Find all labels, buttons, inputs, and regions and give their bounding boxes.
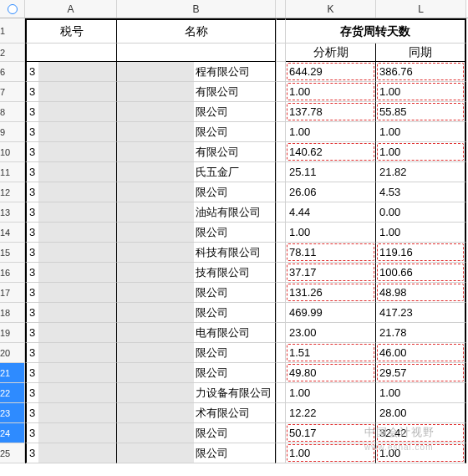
cell-name[interactable]: 限公司	[117, 223, 276, 243]
cell-analysis[interactable]: 1.51	[286, 343, 376, 363]
cell-analysis[interactable]: 25.11	[286, 162, 376, 182]
cell-same-period[interactable]: 1.00	[376, 443, 466, 463]
cell-analysis[interactable]: 1.00	[286, 82, 376, 102]
cell-taxno[interactable]: 3	[25, 202, 117, 223]
cell-analysis[interactable]: 78.11	[286, 243, 376, 263]
row-header[interactable]: 7	[0, 82, 25, 102]
row-header[interactable]: 2	[0, 44, 25, 62]
cell-analysis[interactable]: 140.62	[286, 142, 376, 162]
select-all-corner[interactable]	[0, 0, 25, 18]
cell-taxno[interactable]: 3	[25, 283, 117, 303]
row-header[interactable]: 15	[0, 243, 25, 263]
row-header[interactable]: 1	[0, 18, 25, 44]
cell-taxno[interactable]: 3	[25, 142, 117, 162]
cell-analysis[interactable]: 37.17	[286, 263, 376, 283]
cell-name[interactable]: 技有限公司	[117, 263, 276, 283]
cell-analysis[interactable]: 1.00	[286, 443, 376, 463]
row-header[interactable]: 14	[0, 223, 25, 243]
cell-analysis[interactable]: 469.99	[286, 303, 376, 323]
cell-same-period[interactable]: 46.00	[376, 343, 466, 363]
row-header[interactable]: 10	[0, 142, 25, 162]
col-header-L[interactable]: L	[376, 0, 466, 18]
cell-same-period[interactable]: 119.16	[376, 243, 466, 263]
cell-name[interactable]: 程有限公司	[117, 62, 276, 82]
cell-name[interactable]: 限公司	[117, 343, 276, 363]
cell-name[interactable]: 限公司	[117, 443, 276, 463]
cell-name[interactable]: 限公司	[117, 303, 276, 323]
row-header[interactable]: 18	[0, 303, 25, 323]
cell-same-period[interactable]: 417.23	[376, 303, 466, 323]
cell-same-period[interactable]: 1.00	[376, 142, 466, 162]
cell-taxno[interactable]: 3	[25, 383, 117, 403]
row-header[interactable]: 12	[0, 182, 25, 202]
cell-analysis[interactable]: 1.00	[286, 223, 376, 243]
cell-taxno[interactable]: 3	[25, 182, 117, 202]
row-header[interactable]: 13	[0, 202, 25, 223]
cell-same-period[interactable]: 55.85	[376, 102, 466, 122]
cell-same-period[interactable]: 29.57	[376, 363, 466, 383]
cell-same-period[interactable]: 28.00	[376, 403, 466, 423]
cell-same-period[interactable]: 48.98	[376, 283, 466, 303]
row-header[interactable]: 23	[0, 403, 25, 423]
cell-same-period[interactable]: 0.00	[376, 202, 466, 223]
cell-name[interactable]: 有限公司	[117, 82, 276, 102]
cell-analysis[interactable]: 137.78	[286, 102, 376, 122]
cell-name[interactable]: 油站有限公司	[117, 202, 276, 223]
cell-analysis[interactable]: 1.00	[286, 122, 376, 142]
cell-same-period[interactable]: 1.00	[376, 82, 466, 102]
cell-taxno[interactable]: 3	[25, 323, 117, 343]
cell-taxno[interactable]: 3	[25, 423, 117, 443]
cell-name[interactable]: 氏五金厂	[117, 162, 276, 182]
cell-taxno[interactable]: 3	[25, 243, 117, 263]
cell-analysis[interactable]: 12.22	[286, 403, 376, 423]
row-header[interactable]: 8	[0, 102, 25, 122]
cell-analysis[interactable]: 644.29	[286, 62, 376, 82]
cell-same-period[interactable]: 100.66	[376, 263, 466, 283]
cell-same-period[interactable]: 4.53	[376, 182, 466, 202]
cell-name[interactable]: 术有限公司	[117, 403, 276, 423]
cell-name[interactable]: 科技有限公司	[117, 243, 276, 263]
cell-same-period[interactable]: 1.00	[376, 383, 466, 403]
cell-name[interactable]: 力设备有限公司	[117, 383, 276, 403]
cell-name[interactable]: 限公司	[117, 122, 276, 142]
row-header[interactable]: 24	[0, 423, 25, 443]
col-header-K[interactable]: K	[286, 0, 376, 18]
cell-name[interactable]: 限公司	[117, 102, 276, 122]
cell-same-period[interactable]: 21.82	[376, 162, 466, 182]
cell-name[interactable]: 电有限公司	[117, 323, 276, 343]
row-header[interactable]: 22	[0, 383, 25, 403]
row-header[interactable]: 17	[0, 283, 25, 303]
row-header[interactable]: 6	[0, 62, 25, 82]
row-header[interactable]: 11	[0, 162, 25, 182]
cell-taxno[interactable]: 3	[25, 62, 117, 82]
cell-name[interactable]: 限公司	[117, 363, 276, 383]
cell-analysis[interactable]: 131.26	[286, 283, 376, 303]
col-header-B[interactable]: B	[117, 0, 276, 18]
row-header[interactable]: 16	[0, 263, 25, 283]
cell-taxno[interactable]: 3	[25, 263, 117, 283]
cell-name[interactable]: 限公司	[117, 283, 276, 303]
scrollbar-vertical[interactable]	[460, 18, 468, 468]
cell-taxno[interactable]: 3	[25, 403, 117, 423]
cell-same-period[interactable]: 1.00	[376, 122, 466, 142]
row-header[interactable]: 21	[0, 363, 25, 383]
cell-same-period[interactable]: 32.42	[376, 423, 466, 443]
cell-taxno[interactable]: 3	[25, 82, 117, 102]
cell-taxno[interactable]: 3	[25, 122, 117, 142]
cell-same-period[interactable]: 21.78	[376, 323, 466, 343]
cell-taxno[interactable]: 3	[25, 223, 117, 243]
cell-analysis[interactable]: 4.44	[286, 202, 376, 223]
row-header[interactable]: 9	[0, 122, 25, 142]
cell-analysis[interactable]: 50.17	[286, 423, 376, 443]
cell-analysis[interactable]: 1.00	[286, 383, 376, 403]
col-header-A[interactable]: A	[25, 0, 117, 18]
row-header[interactable]: 20	[0, 343, 25, 363]
cell-analysis[interactable]: 23.00	[286, 323, 376, 343]
cell-taxno[interactable]: 3	[25, 343, 117, 363]
row-header[interactable]: 25	[0, 443, 25, 463]
cell-taxno[interactable]: 3	[25, 443, 117, 463]
cell-same-period[interactable]: 386.76	[376, 62, 466, 82]
cell-name[interactable]: 限公司	[117, 182, 276, 202]
cell-taxno[interactable]: 3	[25, 303, 117, 323]
cell-same-period[interactable]: 1.00	[376, 223, 466, 243]
